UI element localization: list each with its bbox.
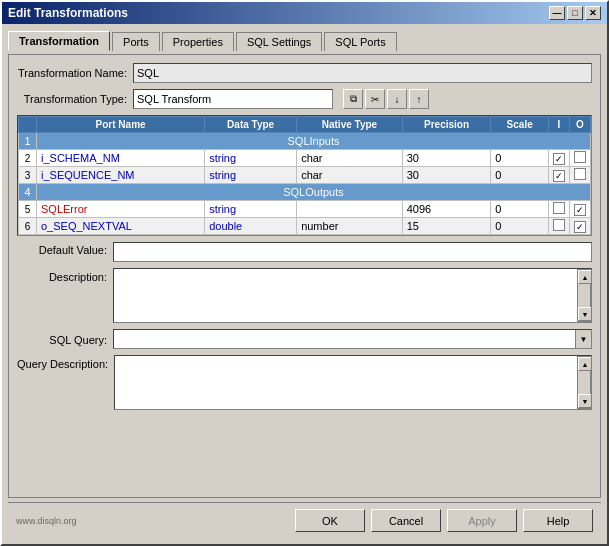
description-row: Description: ▲ ▼ xyxy=(17,268,592,323)
data-type-text: string xyxy=(209,152,236,164)
move-up-icon[interactable]: ↑ xyxy=(409,89,429,109)
i-check-cell[interactable] xyxy=(549,218,570,235)
scale-cell[interactable]: 0 xyxy=(491,218,549,235)
help-button[interactable]: Help xyxy=(523,509,593,532)
tab-transformation[interactable]: Transformation xyxy=(8,31,110,51)
scale-cell[interactable]: 0 xyxy=(491,150,549,167)
i-checkbox[interactable] xyxy=(553,202,565,214)
scale-cell[interactable]: 0 xyxy=(491,201,549,218)
i-check-cell[interactable]: ✓ xyxy=(549,150,570,167)
i-checkbox[interactable]: ✓ xyxy=(553,153,565,165)
row-num-5: 5 xyxy=(19,201,37,218)
watermark: www.disqln.org xyxy=(16,516,289,526)
cancel-button[interactable]: Cancel xyxy=(371,509,441,532)
data-type-cell[interactable]: string xyxy=(205,167,297,184)
col-o-header: O xyxy=(570,117,591,133)
precision-cell[interactable]: 30 xyxy=(402,150,491,167)
default-value-input[interactable] xyxy=(113,242,592,262)
scroll-up-arrow[interactable]: ▲ xyxy=(578,270,592,284)
tab-sql-settings[interactable]: SQL Settings xyxy=(236,32,322,51)
data-type-cell[interactable]: string xyxy=(205,150,297,167)
precision-cell[interactable]: 4096 xyxy=(402,201,491,218)
cut-icon[interactable]: ✂ xyxy=(365,89,385,109)
sql-query-input-wrap: ▼ xyxy=(113,329,592,349)
row-num-3: 3 xyxy=(19,167,37,184)
sql-query-dropdown-button[interactable]: ▼ xyxy=(575,330,591,348)
tab-sql-ports[interactable]: SQL Ports xyxy=(324,32,396,51)
transformation-name-input[interactable] xyxy=(133,63,592,83)
tab-properties[interactable]: Properties xyxy=(162,32,234,51)
copy-icon[interactable]: ⧉ xyxy=(343,89,363,109)
i-check-cell[interactable]: ✓ xyxy=(549,167,570,184)
port-table: Port Name Data Type Native Type Precisio… xyxy=(17,115,592,236)
scale-cell[interactable]: 0 xyxy=(491,167,549,184)
minimize-button[interactable]: — xyxy=(549,6,565,20)
sql-query-row: SQL Query: ▼ xyxy=(17,329,592,349)
edit-transformations-dialog: Edit Transformations — □ ✕ Transformatio… xyxy=(0,0,609,546)
native-type-cell[interactable]: char xyxy=(297,167,403,184)
row-num-6: 6 xyxy=(19,218,37,235)
row-num-2: 2 xyxy=(19,150,37,167)
port-name-cell[interactable]: SQLError xyxy=(37,201,205,218)
o-check-cell[interactable] xyxy=(570,167,591,184)
o-checkbox[interactable] xyxy=(574,151,586,163)
o-check-cell[interactable]: ✓ xyxy=(570,201,591,218)
o-check-cell[interactable]: ✓ xyxy=(570,218,591,235)
tab-bar: Transformation Ports Properties SQL Sett… xyxy=(8,30,601,50)
port-name-text: i_SCHEMA_NM xyxy=(41,152,120,164)
scroll-down-arrow[interactable]: ▼ xyxy=(578,394,592,408)
section-sqlinputs: 1 SQLInputs xyxy=(19,133,591,150)
table-row: 6 o_SEQ_NEXTVAL double number 15 0 ✓ xyxy=(19,218,591,235)
default-value-label: Default Value: xyxy=(17,242,107,256)
ok-button[interactable]: OK xyxy=(295,509,365,532)
port-name-cell[interactable]: i_SEQUENCE_NM xyxy=(37,167,205,184)
data-type-text: double xyxy=(209,220,242,232)
o-checkbox[interactable]: ✓ xyxy=(574,204,586,216)
close-button[interactable]: ✕ xyxy=(585,6,601,20)
precision-cell[interactable]: 30 xyxy=(402,167,491,184)
precision-cell[interactable]: 15 xyxy=(402,218,491,235)
query-description-row: Query Description: ▲ ▼ xyxy=(17,355,592,489)
transformation-type-input[interactable] xyxy=(133,89,333,109)
native-type-cell[interactable]: number xyxy=(297,218,403,235)
section-sqloutputs: 4 SQLOutputs xyxy=(19,184,591,201)
tab-ports[interactable]: Ports xyxy=(112,32,160,51)
o-checkbox[interactable] xyxy=(574,168,586,180)
col-port-name-header: Port Name xyxy=(37,117,205,133)
tab-panel-transformation: Transformation Name: Transformation Type… xyxy=(8,54,601,498)
query-description-textarea[interactable] xyxy=(115,356,577,409)
o-checkbox[interactable]: ✓ xyxy=(574,221,586,233)
data-type-cell[interactable]: double xyxy=(205,218,297,235)
native-type-cell[interactable]: char xyxy=(297,150,403,167)
row-num-1: 1 xyxy=(19,133,37,150)
query-description-label: Query Description: xyxy=(17,355,108,370)
sql-query-label: SQL Query: xyxy=(17,332,107,346)
transformation-type-row: Transformation Type: ⧉ ✂ ↓ ↑ xyxy=(17,89,592,109)
apply-button[interactable]: Apply xyxy=(447,509,517,532)
default-value-row: Default Value: xyxy=(17,242,592,262)
query-desc-wrap: ▲ ▼ xyxy=(114,355,592,410)
o-check-cell[interactable] xyxy=(570,150,591,167)
maximize-button[interactable]: □ xyxy=(567,6,583,20)
data-type-cell[interactable]: string xyxy=(205,201,297,218)
port-name-cell[interactable]: o_SEQ_NEXTVAL xyxy=(37,218,205,235)
scroll-down-arrow[interactable]: ▼ xyxy=(578,307,592,321)
window-content: Transformation Ports Properties SQL Sett… xyxy=(2,24,607,544)
transformation-type-label: Transformation Type: xyxy=(17,93,127,105)
sqlinputs-label: SQLInputs xyxy=(37,133,591,150)
port-name-cell[interactable]: i_SCHEMA_NM xyxy=(37,150,205,167)
title-bar-buttons: — □ ✕ xyxy=(549,6,601,20)
i-checkbox[interactable] xyxy=(553,219,565,231)
sql-query-input[interactable] xyxy=(114,330,575,348)
sqloutputs-label: SQLOutputs xyxy=(37,184,591,201)
i-check-cell[interactable] xyxy=(549,201,570,218)
scroll-up-arrow[interactable]: ▲ xyxy=(578,357,592,371)
query-desc-scrollbar: ▲ ▼ xyxy=(577,356,591,409)
native-type-cell[interactable] xyxy=(297,201,403,218)
description-textarea[interactable] xyxy=(114,269,577,322)
title-bar: Edit Transformations — □ ✕ xyxy=(2,2,607,24)
port-name-text: o_SEQ_NEXTVAL xyxy=(41,220,132,232)
i-checkbox[interactable]: ✓ xyxy=(553,170,565,182)
move-down-icon[interactable]: ↓ xyxy=(387,89,407,109)
description-wrap: ▲ ▼ xyxy=(113,268,592,323)
